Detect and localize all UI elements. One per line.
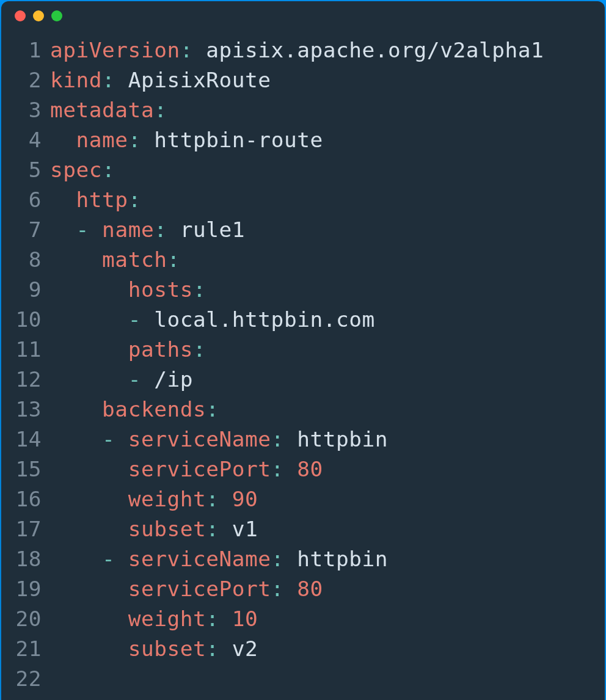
code-content[interactable]: kind: ApisixRoute	[50, 65, 271, 95]
line-number: 1	[12, 35, 42, 65]
code-content[interactable]: subset: v2	[50, 634, 258, 664]
code-content[interactable]: backends:	[50, 395, 219, 425]
token	[50, 277, 128, 302]
code-line[interactable]: 4 name: httpbin-route	[12, 125, 594, 155]
code-line[interactable]: 17 subset: v1	[12, 514, 594, 544]
token: :	[154, 217, 167, 242]
line-number: 10	[12, 305, 42, 335]
token: :	[271, 577, 284, 601]
token	[50, 457, 128, 481]
token: :	[271, 547, 284, 571]
token: :	[193, 337, 206, 362]
code-content[interactable]: - name: rule1	[50, 215, 245, 245]
code-line[interactable]: 3metadata:	[12, 95, 594, 125]
token: servicePort	[128, 577, 271, 601]
line-number: 9	[12, 275, 42, 305]
token: spec	[50, 158, 102, 182]
code-content[interactable]: weight: 90	[50, 484, 258, 514]
token: weight	[128, 487, 206, 511]
token	[50, 397, 102, 421]
code-line[interactable]: 14 - serviceName: httpbin	[12, 425, 594, 454]
token: :	[102, 158, 115, 182]
token	[50, 547, 102, 571]
code-content[interactable]: - serviceName: httpbin	[50, 544, 388, 574]
token: -	[128, 307, 141, 332]
token: weight	[128, 607, 206, 631]
code-line[interactable]: 19 servicePort: 80	[12, 574, 594, 604]
minimize-icon[interactable]	[33, 10, 44, 21]
code-content[interactable]: match:	[50, 245, 180, 275]
code-line[interactable]: 7 - name: rule1	[12, 215, 594, 245]
token: name	[102, 217, 154, 242]
code-line[interactable]: 1apiVersion: apisix.apache.org/v2alpha1	[12, 35, 594, 65]
token	[284, 457, 297, 481]
code-content[interactable]: apiVersion: apisix.apache.org/v2alpha1	[50, 35, 544, 65]
line-number: 20	[12, 604, 42, 634]
token: :	[102, 68, 115, 92]
token: 80	[297, 577, 323, 601]
token: kind	[50, 68, 102, 92]
token: paths	[128, 337, 193, 362]
code-content[interactable]: subset: v1	[50, 514, 258, 544]
token: v2	[219, 636, 258, 661]
code-line[interactable]: 10 - local.httpbin.com	[12, 305, 594, 335]
code-line[interactable]: 21 subset: v2	[12, 634, 594, 664]
token: apiVersion	[50, 38, 180, 62]
token: rule1	[167, 217, 245, 242]
line-number: 2	[12, 65, 42, 95]
token: httpbin	[284, 427, 388, 451]
code-content[interactable]: - serviceName: httpbin	[50, 425, 388, 454]
code-content[interactable]: http:	[50, 185, 141, 215]
code-line[interactable]: 15 servicePort: 80	[12, 454, 594, 484]
code-line[interactable]: 6 http:	[12, 185, 594, 215]
token	[115, 547, 128, 571]
code-line[interactable]: 8 match:	[12, 245, 594, 275]
code-content[interactable]: - local.httpbin.com	[50, 305, 375, 335]
token: servicePort	[128, 457, 271, 481]
code-content[interactable]: paths:	[50, 335, 206, 365]
code-line[interactable]: 16 weight: 90	[12, 484, 594, 514]
code-content[interactable]: hosts:	[50, 275, 206, 305]
code-line[interactable]: 13 backends:	[12, 395, 594, 425]
line-number: 3	[12, 95, 42, 125]
token: serviceName	[128, 547, 271, 571]
code-content[interactable]	[50, 664, 63, 694]
token: :	[206, 636, 219, 661]
token: :	[206, 607, 219, 631]
code-content[interactable]: - /ip	[50, 365, 193, 395]
line-number: 12	[12, 365, 42, 395]
code-line[interactable]: 5spec:	[12, 155, 594, 185]
code-line[interactable]: 18 - serviceName: httpbin	[12, 544, 594, 574]
close-icon[interactable]	[15, 10, 26, 21]
maximize-icon[interactable]	[51, 10, 62, 21]
code-area[interactable]: 1apiVersion: apisix.apache.org/v2alpha12…	[1, 31, 605, 700]
code-content[interactable]: name: httpbin-route	[50, 125, 323, 155]
token	[50, 427, 102, 451]
line-number: 19	[12, 574, 42, 604]
code-content[interactable]: spec:	[50, 155, 115, 185]
code-line[interactable]: 9 hosts:	[12, 275, 594, 305]
token	[219, 607, 232, 631]
token: 80	[297, 457, 323, 481]
token: 90	[232, 487, 258, 511]
token: :	[128, 128, 141, 152]
code-content[interactable]: weight: 10	[50, 604, 258, 634]
code-line[interactable]: 20 weight: 10	[12, 604, 594, 634]
token	[50, 517, 128, 541]
token: match	[102, 247, 167, 272]
token: :	[206, 487, 219, 511]
code-content[interactable]: metadata:	[50, 95, 167, 125]
token	[284, 577, 297, 601]
line-number: 6	[12, 185, 42, 215]
token: apisix.apache.org/v2alpha1	[193, 38, 544, 62]
token: ApisixRoute	[115, 68, 271, 92]
code-content[interactable]: servicePort: 80	[50, 574, 323, 604]
token	[50, 307, 128, 332]
code-line[interactable]: 11 paths:	[12, 335, 594, 365]
code-content[interactable]: servicePort: 80	[50, 454, 323, 484]
code-line[interactable]: 2kind: ApisixRoute	[12, 65, 594, 95]
token: -	[102, 547, 115, 571]
code-line[interactable]: 12 - /ip	[12, 365, 594, 395]
token: 10	[232, 607, 258, 631]
code-line[interactable]: 22	[12, 664, 594, 694]
